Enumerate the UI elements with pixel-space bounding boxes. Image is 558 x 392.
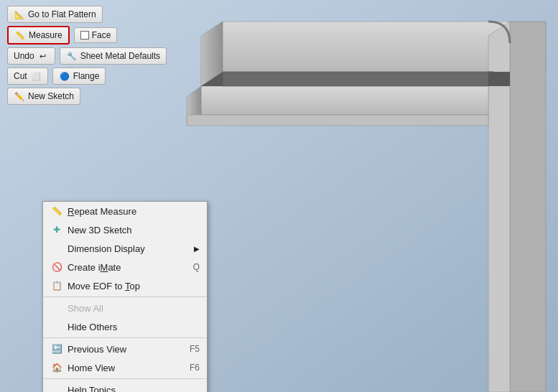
- menu-item-help-topics[interactable]: Help Topics...: [43, 381, 207, 392]
- menu-item-home-view[interactable]: 🏠 Home View F6: [43, 358, 207, 377]
- help-topics-icon: [50, 384, 63, 392]
- menu-item-move-eof[interactable]: 📋 Move EOF to Top: [43, 276, 207, 295]
- face-button[interactable]: Face: [74, 27, 118, 43]
- home-view-shortcut: F6: [190, 363, 200, 373]
- move-eof-label: Move EOF to Top: [68, 281, 200, 291]
- dimension-display-label: Dimension Display: [68, 243, 190, 254]
- measure-label: Measure: [29, 30, 62, 40]
- toolbar-row-5: ✏️ New Sketch: [7, 88, 167, 105]
- measure-icon: 📏: [14, 29, 26, 41]
- cut-button[interactable]: Cut ⬜: [7, 67, 48, 85]
- menu-separator-1: [43, 297, 207, 297]
- new-3d-sketch-icon: ✚: [50, 224, 63, 235]
- face-label: Face: [92, 30, 111, 40]
- toolbar-row-1: 📐 Go to Flat Pattern: [7, 6, 167, 23]
- hide-others-label: Hide Others: [68, 322, 200, 332]
- svg-marker-7: [187, 115, 488, 126]
- flange-label: Flange: [73, 71, 100, 81]
- sheet-metal-defaults-label: Sheet Metal Defaults: [80, 51, 160, 61]
- menu-item-show-all[interactable]: Show All: [43, 299, 207, 317]
- create-imate-icon: 🚫: [50, 261, 63, 273]
- help-topics-label: Help Topics...: [68, 385, 200, 393]
- menu-item-previous-view[interactable]: 🔙 Previous View F5: [43, 340, 207, 358]
- menu-separator-2: [43, 337, 207, 338]
- svg-rect-10: [488, 72, 510, 86]
- checkbox-icon: [80, 31, 89, 39]
- new-3d-sketch-label: New 3D Sketch: [68, 225, 200, 235]
- measure-button[interactable]: 📏 Measure: [7, 26, 70, 45]
- svg-marker-5: [201, 86, 488, 115]
- repeat-measure-label: Repeat Measure: [68, 206, 200, 217]
- previous-view-shortcut: F5: [190, 344, 200, 354]
- toolbar-row-3: Undo ↩ 🔧 Sheet Metal Defaults: [7, 47, 167, 65]
- create-imate-shortcut: Q: [193, 262, 200, 272]
- move-eof-icon: 📋: [50, 280, 63, 291]
- flat-pattern-icon: 📐: [14, 9, 25, 20]
- new-sketch-button[interactable]: ✏️ New Sketch: [7, 88, 80, 105]
- menu-item-dimension-display[interactable]: Dimension Display ▶: [43, 239, 207, 258]
- undo-icon: ↩: [37, 50, 49, 62]
- flange-button[interactable]: 🔵 Flange: [52, 67, 106, 85]
- dimension-display-arrow: ▶: [194, 245, 200, 253]
- undo-button[interactable]: Undo ↩: [7, 47, 55, 65]
- menu-item-new-3d-sketch[interactable]: ✚ New 3D Sketch: [43, 220, 207, 239]
- previous-view-icon: 🔙: [50, 343, 63, 355]
- repeat-measure-icon: 📏: [50, 205, 63, 217]
- create-imate-label: Create iMate: [68, 262, 189, 273]
- sheet-metal-defaults-button[interactable]: 🔧 Sheet Metal Defaults: [60, 47, 167, 65]
- home-view-label: Home View: [68, 363, 185, 373]
- sheet-metal-icon: 🔧: [66, 50, 78, 62]
- context-menu: 📏 Repeat Measure ✚ New 3D Sketch Dimensi…: [42, 201, 208, 392]
- previous-view-label: Previous View: [68, 344, 185, 355]
- cut-label: Cut: [14, 71, 27, 81]
- toolbar-row-4: Cut ⬜ 🔵 Flange: [7, 67, 167, 85]
- toolbar-row-2: 📏 Measure Face: [7, 26, 167, 45]
- menu-item-hide-others[interactable]: Hide Others: [43, 317, 207, 336]
- menu-item-repeat-measure[interactable]: 📏 Repeat Measure: [43, 202, 207, 220]
- go-to-flat-pattern-button[interactable]: 📐 Go to Flat Pattern: [7, 6, 103, 23]
- flange-icon: 🔵: [59, 70, 70, 82]
- home-view-icon: 🏠: [50, 362, 63, 373]
- show-all-icon: [50, 302, 63, 314]
- menu-item-create-imate[interactable]: 🚫 Create iMate Q: [43, 258, 207, 276]
- menu-separator-3: [43, 378, 207, 379]
- new-sketch-label: New Sketch: [28, 91, 74, 101]
- dimension-display-icon: [50, 243, 63, 254]
- show-all-label: Show All: [68, 303, 200, 314]
- svg-marker-8: [223, 72, 488, 86]
- cut-icon: ⬜: [30, 70, 42, 82]
- go-to-flat-pattern-label: Go to Flat Pattern: [28, 9, 96, 19]
- undo-label: Undo: [14, 51, 34, 61]
- hide-others-icon: [50, 321, 63, 332]
- toolbar: 📐 Go to Flat Pattern 📏 Measure Face Undo…: [7, 6, 167, 105]
- svg-rect-3: [510, 22, 546, 392]
- new-sketch-icon: ✏️: [14, 90, 25, 102]
